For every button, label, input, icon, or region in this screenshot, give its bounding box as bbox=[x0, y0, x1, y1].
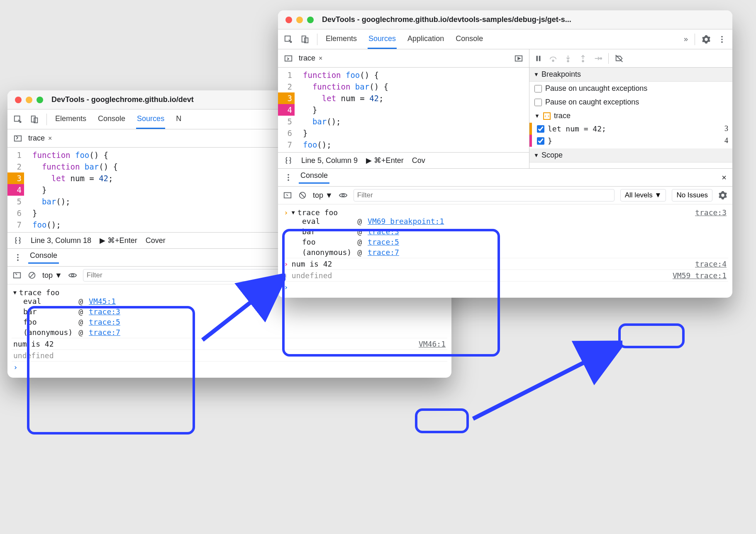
tab-application[interactable]: Application bbox=[407, 29, 445, 49]
tab-sources[interactable]: Sources bbox=[136, 109, 165, 129]
eye-icon[interactable] bbox=[339, 191, 348, 200]
tab-elements[interactable]: Elements bbox=[54, 109, 87, 129]
svg-rect-3 bbox=[15, 136, 22, 141]
svg-rect-24 bbox=[539, 56, 541, 61]
breakpoint-file-header[interactable]: ▼‹›trace bbox=[529, 109, 732, 123]
svg-point-25 bbox=[552, 60, 554, 61]
coverage-hint[interactable]: Cover bbox=[146, 236, 166, 245]
svg-marker-22 bbox=[518, 57, 520, 60]
console-sidebar-icon[interactable] bbox=[12, 271, 22, 280]
console-sidebar-icon[interactable] bbox=[283, 191, 292, 200]
svg-point-17 bbox=[721, 36, 723, 37]
svg-point-19 bbox=[721, 41, 723, 43]
svg-point-10 bbox=[17, 260, 19, 261]
minimize-window-button[interactable] bbox=[26, 97, 32, 103]
trace-header: trace foo bbox=[19, 288, 60, 297]
filter-input[interactable] bbox=[354, 189, 615, 201]
coverage-hint[interactable]: Cov bbox=[412, 156, 425, 165]
context-selector[interactable]: top ▼ bbox=[313, 191, 333, 200]
maximize-window-button[interactable] bbox=[37, 97, 43, 103]
tab-more-cut[interactable]: N bbox=[175, 109, 182, 129]
stack-frame-link[interactable]: trace:5 bbox=[89, 318, 120, 326]
stack-frame-link[interactable]: trace:7 bbox=[89, 328, 120, 337]
panel-tabs: Elements Console Sources N bbox=[54, 109, 182, 129]
settings-icon[interactable] bbox=[702, 35, 711, 44]
breakpoint-item[interactable]: let num = 42;3 bbox=[529, 123, 732, 135]
code-editor[interactable]: 1234567 function foo() { function bar() … bbox=[278, 68, 529, 152]
run-hint[interactable]: ▶ ⌘+Enter bbox=[366, 156, 404, 165]
deactivate-breakpoints-icon[interactable] bbox=[615, 54, 624, 63]
file-tab-trace[interactable]: trace × bbox=[28, 134, 52, 143]
breakpoint-item[interactable]: }4 bbox=[529, 135, 732, 147]
more-menu-icon[interactable] bbox=[284, 173, 293, 182]
minimize-window-button[interactable] bbox=[296, 17, 303, 23]
close-drawer-icon[interactable]: × bbox=[722, 173, 727, 182]
context-selector[interactable]: top ▼ bbox=[42, 271, 62, 280]
tab-sources[interactable]: Sources bbox=[368, 29, 397, 49]
stack-frame-link[interactable]: trace:3 bbox=[89, 307, 120, 316]
console-tab[interactable]: Console bbox=[299, 171, 329, 184]
source-link-trace3[interactable]: trace:3 bbox=[695, 208, 727, 217]
panel-tabs: Elements Sources Application Console bbox=[325, 29, 484, 49]
pause-icon[interactable] bbox=[534, 54, 543, 63]
svg-point-30 bbox=[288, 177, 289, 178]
tab-console[interactable]: Console bbox=[97, 109, 126, 129]
svg-point-28 bbox=[600, 58, 602, 59]
tab-console[interactable]: Console bbox=[455, 29, 484, 49]
kebab-menu-icon[interactable] bbox=[717, 35, 727, 44]
source-link-trace4[interactable]: trace:4 bbox=[695, 260, 727, 268]
breakpoints-section-header[interactable]: ▼Breakpoints bbox=[529, 68, 732, 82]
stack-frame-link[interactable]: trace:3 bbox=[368, 227, 444, 236]
clear-console-icon[interactable] bbox=[298, 191, 307, 200]
stack-frame-link[interactable]: VM69 breakpoint:1 bbox=[368, 217, 444, 226]
svg-point-8 bbox=[17, 254, 19, 256]
source-link-vm46[interactable]: VM46:1 bbox=[419, 340, 446, 348]
step-into-icon[interactable] bbox=[563, 54, 573, 63]
tab-elements[interactable]: Elements bbox=[325, 29, 358, 49]
pretty-print-icon[interactable] bbox=[13, 236, 22, 245]
stack-frame-link[interactable]: VM45:1 bbox=[89, 297, 120, 306]
window-controls bbox=[15, 97, 43, 103]
pause-uncaught-checkbox[interactable]: Pause on uncaught exceptions bbox=[529, 82, 732, 95]
pretty-print-icon[interactable] bbox=[284, 156, 293, 165]
annotation-arrow bbox=[469, 340, 622, 423]
close-icon[interactable]: × bbox=[48, 135, 52, 142]
inspect-icon[interactable] bbox=[284, 35, 293, 44]
close-window-button[interactable] bbox=[15, 97, 22, 103]
maximize-window-button[interactable] bbox=[307, 17, 314, 23]
more-menu-icon[interactable] bbox=[13, 253, 22, 262]
run-snippet-icon[interactable] bbox=[514, 54, 523, 63]
prompt-icon[interactable]: › bbox=[284, 283, 288, 291]
file-tab-trace[interactable]: trace × bbox=[299, 54, 322, 63]
pause-caught-checkbox[interactable]: Pause on caught exceptions bbox=[529, 95, 732, 109]
window-title: DevTools - googlechrome.github.io/devtoo… bbox=[322, 15, 725, 24]
console-tab[interactable]: Console bbox=[28, 251, 59, 264]
nav-icon[interactable] bbox=[13, 134, 22, 143]
eye-icon[interactable] bbox=[68, 271, 77, 280]
clear-console-icon[interactable] bbox=[27, 271, 37, 280]
device-toggle-icon[interactable] bbox=[300, 35, 310, 44]
run-hint[interactable]: ▶ ⌘+Enter bbox=[100, 236, 137, 245]
step-over-icon[interactable] bbox=[549, 54, 558, 63]
svg-point-26 bbox=[567, 60, 569, 62]
svg-rect-15 bbox=[302, 36, 306, 42]
svg-point-9 bbox=[17, 257, 19, 258]
stack-frame-link[interactable]: trace:7 bbox=[368, 248, 444, 257]
source-link-vm59[interactable]: VM59 trace:1 bbox=[673, 271, 727, 280]
nav-icon[interactable] bbox=[284, 54, 293, 63]
inspect-icon[interactable] bbox=[13, 115, 22, 124]
overflow-icon[interactable]: » bbox=[684, 35, 688, 44]
issues-button[interactable]: No Issues bbox=[672, 189, 712, 201]
scope-section-header[interactable]: ▼Scope bbox=[529, 148, 732, 163]
cursor-position: Line 5, Column 9 bbox=[301, 156, 358, 165]
log-level-button[interactable]: All levels ▼ bbox=[620, 189, 666, 201]
prompt-icon[interactable]: › bbox=[13, 363, 18, 371]
close-icon[interactable]: × bbox=[319, 55, 322, 62]
main-toolbar: Elements Sources Application Console » bbox=[278, 29, 732, 49]
stack-frame-link[interactable]: trace:5 bbox=[368, 238, 444, 246]
step-out-icon[interactable] bbox=[578, 54, 588, 63]
close-window-button[interactable] bbox=[285, 17, 292, 23]
console-settings-icon[interactable] bbox=[718, 191, 727, 200]
device-toggle-icon[interactable] bbox=[30, 115, 39, 124]
step-icon[interactable] bbox=[593, 54, 602, 63]
